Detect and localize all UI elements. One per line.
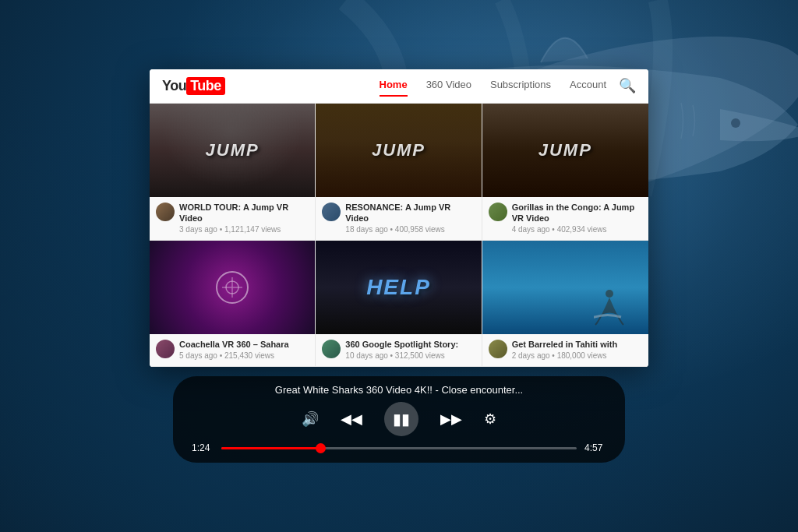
video-info-3: Gorillas in the Congo: A Jump VR Video 4… bbox=[482, 197, 648, 241]
avatar-4 bbox=[156, 340, 175, 358]
avatar-2 bbox=[322, 203, 341, 221]
current-time: 1:24 bbox=[192, 442, 214, 453]
video-text-6: Get Barreled in Tahiti with 2 days ago •… bbox=[512, 339, 642, 360]
nav-home[interactable]: Home bbox=[380, 79, 408, 93]
video-card-3[interactable]: JUMP Gorillas in the Congo: A Jump VR Vi… bbox=[482, 104, 648, 241]
video-title-5: 360 Google Spotlight Story: bbox=[345, 339, 475, 350]
video-text-2: RESONANCE: A Jump VR Video 18 days ago •… bbox=[345, 202, 475, 234]
logo-you: You bbox=[162, 78, 186, 94]
main-nav: Home 360 Video Subscriptions Account bbox=[380, 79, 606, 93]
progress-fill bbox=[221, 447, 321, 449]
volume-button[interactable]: 🔊 bbox=[302, 410, 319, 428]
thumbnail-1: JUMP bbox=[150, 104, 315, 197]
thumbnail-5: HELP bbox=[316, 241, 481, 334]
progress-thumb bbox=[316, 443, 326, 453]
total-time: 4:57 bbox=[584, 442, 606, 453]
video-text-4: Coachella VR 360 – Sahara 5 days ago • 2… bbox=[179, 339, 309, 360]
video-title-6: Get Barreled in Tahiti with bbox=[512, 339, 642, 350]
video-title-2: RESONANCE: A Jump VR Video bbox=[345, 202, 475, 224]
thumb-label-5: HELP bbox=[366, 275, 431, 300]
video-title-1: WORLD TOUR: A Jump VR Video bbox=[179, 202, 309, 224]
pause-button[interactable]: ▮▮ bbox=[384, 402, 418, 436]
thumbnail-2: JUMP bbox=[316, 104, 481, 197]
video-card-5[interactable]: HELP 360 Google Spotlight Story: 10 days… bbox=[316, 241, 482, 367]
youtube-header: YouTube Home 360 Video Subscriptions Acc… bbox=[150, 69, 648, 104]
avatar-3 bbox=[489, 203, 507, 221]
progress-row: 1:24 4:57 bbox=[192, 442, 606, 453]
thumbnail-3: JUMP bbox=[482, 104, 648, 197]
video-meta-4: 5 days ago • 215,430 views bbox=[179, 351, 309, 360]
nav-360video[interactable]: 360 Video bbox=[426, 79, 471, 93]
video-meta-6: 2 days ago • 180,000 views bbox=[512, 351, 642, 360]
content-wrapper: YouTube Home 360 Video Subscriptions Acc… bbox=[0, 0, 798, 532]
avatar-6 bbox=[489, 340, 507, 358]
thumbnail-6 bbox=[482, 241, 648, 334]
video-title-4: Coachella VR 360 – Sahara bbox=[179, 339, 309, 350]
settings-button[interactable]: ⚙ bbox=[484, 410, 496, 428]
search-icon[interactable]: 🔍 bbox=[619, 77, 636, 94]
nav-subscriptions[interactable]: Subscriptions bbox=[490, 79, 551, 93]
svg-point-4 bbox=[606, 290, 613, 298]
video-card-1[interactable]: JUMP WORLD TOUR: A Jump VR Video 3 days … bbox=[150, 104, 316, 241]
video-meta-3: 4 days ago • 402,934 views bbox=[512, 225, 642, 234]
progress-bar[interactable] bbox=[221, 447, 577, 449]
player-bar: Great White Sharks 360 Video 4K!! - Clos… bbox=[173, 376, 625, 463]
video-grid: JUMP WORLD TOUR: A Jump VR Video 3 days … bbox=[150, 104, 648, 368]
player-controls: 🔊 ◀◀ ▮▮ ▶▶ ⚙ bbox=[302, 402, 496, 436]
video-info-4: Coachella VR 360 – Sahara 5 days ago • 2… bbox=[150, 334, 315, 366]
video-info-6: Get Barreled in Tahiti with 2 days ago •… bbox=[482, 334, 648, 366]
now-playing-text: Great White Sharks 360 Video 4K!! - Clos… bbox=[275, 384, 523, 396]
avatar-1 bbox=[156, 203, 175, 221]
youtube-panel: YouTube Home 360 Video Subscriptions Acc… bbox=[150, 69, 648, 368]
video-text-3: Gorillas in the Congo: A Jump VR Video 4… bbox=[512, 202, 642, 234]
thumb-label-2: JUMP bbox=[372, 140, 425, 160]
thumb-label-3: JUMP bbox=[538, 140, 592, 160]
video-info-1: WORLD TOUR: A Jump VR Video 3 days ago •… bbox=[150, 197, 315, 241]
logo-tube: Tube bbox=[186, 77, 225, 95]
video-title-3: Gorillas in the Congo: A Jump VR Video bbox=[512, 202, 642, 224]
video-meta-2: 18 days ago • 400,958 views bbox=[345, 225, 475, 234]
video-info-5: 360 Google Spotlight Story: 10 days ago … bbox=[316, 334, 481, 366]
video-text-1: WORLD TOUR: A Jump VR Video 3 days ago •… bbox=[179, 202, 309, 234]
video-card-6[interactable]: Get Barreled in Tahiti with 2 days ago •… bbox=[482, 241, 648, 367]
video-info-2: RESONANCE: A Jump VR Video 18 days ago •… bbox=[316, 197, 481, 241]
video-card-4[interactable]: Coachella VR 360 – Sahara 5 days ago • 2… bbox=[150, 241, 316, 367]
video-meta-5: 10 days ago • 312,500 views bbox=[345, 351, 475, 360]
video-text-5: 360 Google Spotlight Story: 10 days ago … bbox=[345, 339, 475, 360]
thumbnail-4 bbox=[150, 241, 315, 334]
thumb-label-1: JUMP bbox=[206, 140, 260, 160]
next-button[interactable]: ▶▶ bbox=[440, 410, 462, 428]
avatar-5 bbox=[322, 340, 341, 358]
previous-button[interactable]: ◀◀ bbox=[341, 410, 362, 428]
nav-account[interactable]: Account bbox=[570, 79, 606, 93]
video-meta-1: 3 days ago • 1,121,147 views bbox=[179, 225, 309, 234]
video-card-2[interactable]: JUMP RESONANCE: A Jump VR Video 18 days … bbox=[316, 104, 482, 241]
youtube-logo: YouTube bbox=[162, 77, 225, 95]
